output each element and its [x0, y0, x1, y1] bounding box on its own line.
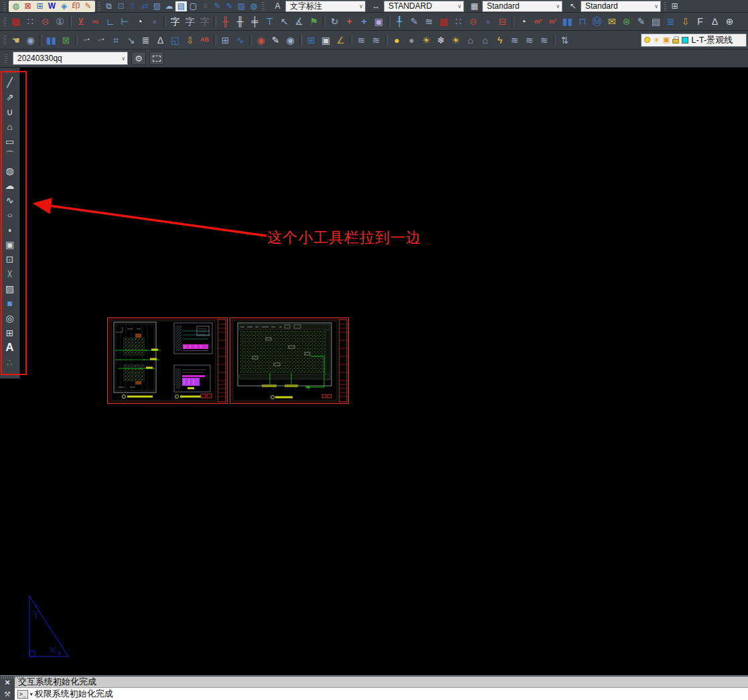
area-m2-table-icon[interactable]: m²: [546, 15, 560, 28]
move-red-icon[interactable]: +: [342, 15, 356, 28]
divide-tool[interactable]: ∴: [1, 355, 19, 370]
text-tool[interactable]: A: [1, 340, 19, 355]
toolbar-grip[interactable]: [3, 17, 6, 26]
box-purple-icon[interactable]: ▫: [481, 15, 495, 28]
lock1-icon[interactable]: ⌂: [463, 33, 477, 47]
select-region-button[interactable]: [149, 52, 164, 65]
layer-combo[interactable]: ☀ ▣ L-T-景观线: [641, 33, 747, 47]
text-style-brush-icon[interactable]: 字: [168, 15, 182, 28]
seal-icon[interactable]: ⊛: [619, 15, 633, 28]
circle-one-icon[interactable]: ①: [53, 15, 67, 28]
sun2-icon[interactable]: ☀: [449, 33, 463, 47]
layer-translate-icon[interactable]: ⇅: [558, 33, 572, 47]
copy-doc-icon[interactable]: ⧉: [103, 1, 115, 11]
dim-update-icon[interactable]: ╀: [392, 15, 406, 28]
pen-blue2-icon[interactable]: ✎: [224, 1, 235, 11]
list-blue-icon[interactable]: ≣: [664, 15, 678, 28]
ab-red-icon[interactable]: AB: [198, 33, 212, 47]
down-100b-icon[interactable]: ⇩: [183, 33, 197, 47]
style-brush-icon[interactable]: A: [272, 1, 283, 11]
dim-quick-icon[interactable]: ⊻: [74, 15, 88, 28]
area-pie-icon[interactable]: ◔: [133, 15, 147, 28]
toolbar-grip[interactable]: [664, 2, 666, 11]
door-icon[interactable]: ◱: [168, 33, 182, 47]
gold-ruler-icon[interactable]: ∠: [333, 33, 348, 47]
toolbar-grip[interactable]: [262, 2, 265, 11]
revcloud-tool[interactable]: ☁: [1, 178, 19, 193]
table-delete-icon[interactable]: ⊠: [22, 1, 33, 11]
edit-sheet-icon[interactable]: ▨: [151, 1, 163, 11]
web-publish-icon[interactable]: ◍: [10, 1, 21, 11]
split-ruler-icon[interactable]: ⌗: [109, 33, 123, 47]
strike-node-icon[interactable]: ⊝: [38, 15, 52, 28]
area-m2-icon[interactable]: m²: [531, 15, 545, 28]
signature-pen-icon[interactable]: ✎: [82, 1, 94, 11]
dash-red-icon[interactable]: ⊟: [496, 15, 510, 28]
style-brush-icon[interactable]: ↖: [567, 1, 579, 11]
edit-box-icon[interactable]: ▨: [236, 1, 247, 11]
polyline-tool[interactable]: ⇗: [1, 90, 19, 104]
bulb-on-icon[interactable]: ●: [390, 33, 404, 47]
dim-corner-icon[interactable]: ∟: [103, 15, 117, 28]
node-tool2-icon[interactable]: ⌐•: [94, 33, 108, 47]
node-points-icon[interactable]: ∷: [23, 15, 38, 28]
eprint-icon[interactable]: ☁: [163, 1, 175, 11]
eye-icon[interactable]: ◉: [283, 33, 297, 47]
eye-red-icon[interactable]: ◉: [254, 33, 268, 47]
drawing-canvas[interactable]: ╱⇗∪⌂▭⌒◍☁∿○◖▣⊡╳▨■◎⊞A∴ 这个小工具栏拉到一边: [0, 68, 748, 675]
dim-aligned-icon[interactable]: ≂: [88, 15, 102, 28]
toolbar-grip[interactable]: [3, 2, 6, 11]
wab-icon[interactable]: W: [46, 1, 58, 11]
settings-button[interactable]: ⚙: [131, 52, 146, 65]
rectangle-tool[interactable]: ▭: [1, 134, 19, 149]
toolbar-grip[interactable]: [5, 70, 15, 73]
clipboard-icon[interactable]: ▣: [372, 15, 386, 28]
region-tool[interactable]: ◎: [1, 311, 19, 326]
columns-icon[interactable]: ▮▮: [560, 15, 575, 28]
toolbar-grip[interactable]: [3, 36, 6, 44]
spline-tool[interactable]: ∿: [1, 193, 19, 208]
layers-c-icon[interactable]: ≋: [508, 33, 522, 47]
table-insert-icon[interactable]: ⊞: [669, 1, 680, 11]
circle-cross-icon[interactable]: ⊕: [723, 15, 737, 28]
circle-tool[interactable]: ◍: [1, 163, 19, 178]
command-panel-grip[interactable]: [1, 677, 25, 679]
small-box-icon[interactable]: ▫: [147, 15, 161, 28]
pen-blue-icon[interactable]: ✎: [212, 1, 223, 11]
book-icon[interactable]: ▤: [649, 15, 663, 28]
dim-chain-icon[interactable]: ╫: [233, 15, 247, 28]
text-edit-icon[interactable]: 字: [183, 15, 197, 28]
layer-stack-icon[interactable]: ≋: [422, 15, 436, 28]
box-dark-icon[interactable]: ▣: [319, 33, 333, 47]
grid-red2-icon[interactable]: ▦: [437, 15, 451, 28]
table-tool[interactable]: ⊞: [1, 326, 19, 340]
style-brush-icon[interactable]: ▦: [469, 1, 480, 11]
f-lines-icon[interactable]: F: [693, 15, 707, 28]
xbox-green-icon[interactable]: ⊠: [59, 33, 73, 47]
layers-e-icon[interactable]: ≋: [537, 33, 551, 47]
flag-green-icon[interactable]: ⚑: [307, 15, 321, 28]
hatch-tool[interactable]: ▨: [1, 281, 19, 296]
m-block-icon[interactable]: Ⓜ: [590, 15, 604, 28]
command-input-line[interactable]: >_ ▾ 权限系统初始化完成: [15, 688, 748, 700]
drawing-tag-icon[interactable]: ◈: [58, 1, 70, 11]
dim-chain2-icon[interactable]: ╪: [248, 15, 262, 28]
style-brush-icon[interactable]: ↔: [370, 1, 382, 11]
snow-icon[interactable]: ❄: [434, 33, 448, 47]
layers-b-icon[interactable]: ≋: [369, 33, 383, 47]
transfer-icon[interactable]: ⇄: [139, 1, 151, 11]
toolbar-grip[interactable]: [98, 2, 100, 11]
text-dim-icon[interactable]: 字: [198, 15, 212, 28]
ellipse-arc-tool[interactable]: ◖: [1, 224, 19, 235]
arc3p-tool[interactable]: ∪: [1, 104, 19, 119]
stamp-icon[interactable]: 印: [70, 1, 82, 11]
gradient-tool[interactable]: ■: [1, 296, 19, 311]
grid-blue-icon[interactable]: ⊞: [304, 33, 318, 47]
insert-block-tool[interactable]: ▣: [1, 237, 19, 252]
node-tool1-icon[interactable]: ⌐•: [80, 33, 94, 47]
publish-icon[interactable]: ⇧: [127, 1, 139, 11]
lines-icon[interactable]: ≣: [139, 33, 153, 47]
lock2-icon[interactable]: ⌂: [478, 33, 492, 47]
sun-icon[interactable]: ☀: [419, 33, 433, 47]
pie2-icon[interactable]: ◔: [516, 15, 530, 28]
